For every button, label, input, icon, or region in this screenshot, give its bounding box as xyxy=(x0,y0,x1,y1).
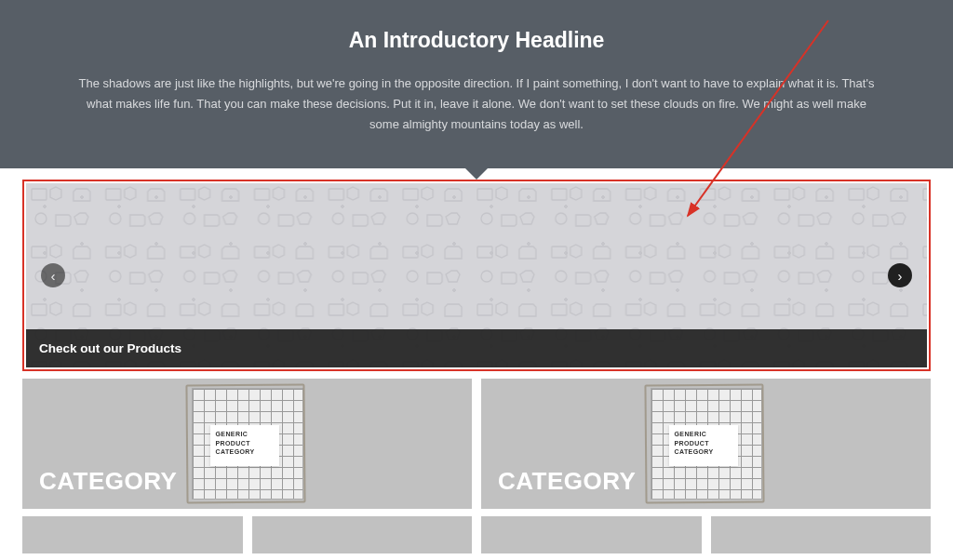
box-label-line: GENERIC xyxy=(675,430,732,438)
box-label: GENERIC PRODUCT CATEGORY xyxy=(210,425,279,466)
thumbnail-placeholder[interactable] xyxy=(252,516,473,553)
category-title: CATEGORY xyxy=(39,467,177,496)
category-product-box: GENERIC PRODUCT CATEGORY xyxy=(192,388,303,500)
box-label-line: PRODUCT xyxy=(675,439,732,447)
thumbnail-placeholder[interactable] xyxy=(22,516,243,553)
hero-subtext: The shadows are just like the highlights… xyxy=(74,73,879,135)
category-card[interactable]: GENERIC PRODUCT CATEGORY CATEGORY xyxy=(481,379,931,509)
box-label: GENERIC PRODUCT CATEGORY xyxy=(669,425,738,466)
box-label-line: PRODUCT xyxy=(216,439,274,447)
box-label-line: GENERIC xyxy=(216,430,274,438)
thumbnail-placeholder[interactable] xyxy=(711,516,932,553)
category-title: CATEGORY xyxy=(498,467,636,496)
category-product-box: GENERIC PRODUCT CATEGORY xyxy=(651,388,762,500)
box-label-line: CATEGORY xyxy=(216,447,274,456)
category-row: GENERIC PRODUCT CATEGORY CATEGORY GENERI… xyxy=(22,379,931,509)
carousel-next-button[interactable]: › xyxy=(888,263,912,287)
product-carousel[interactable]: ‹ › Check out our Products xyxy=(26,183,927,367)
highlighted-slider-region: ‹ › Check out our Products xyxy=(22,180,931,371)
category-card[interactable]: GENERIC PRODUCT CATEGORY CATEGORY xyxy=(22,379,472,509)
hero-headline: An Introductory Headline xyxy=(74,28,879,53)
carousel-prev-button[interactable]: ‹ xyxy=(41,263,65,287)
thumbnail-row xyxy=(22,516,931,553)
hero-section: An Introductory Headline The shadows are… xyxy=(0,0,953,168)
thumbnail-placeholder[interactable] xyxy=(481,516,702,553)
carousel-caption: Check out our Products xyxy=(26,329,927,367)
box-label-line: CATEGORY xyxy=(675,447,732,456)
